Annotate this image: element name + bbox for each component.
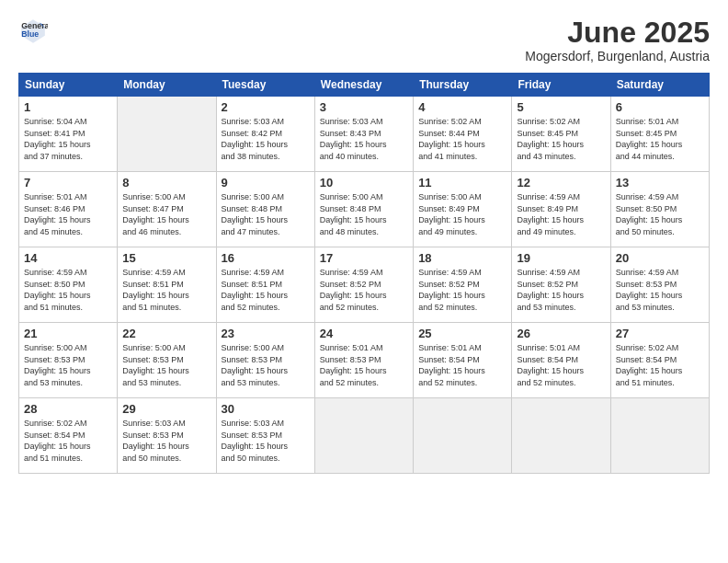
table-row: 23Sunrise: 5:00 AM Sunset: 8:53 PM Dayli… — [216, 323, 314, 398]
table-row: 10Sunrise: 5:00 AM Sunset: 8:48 PM Dayli… — [314, 172, 413, 247]
day-number: 11 — [418, 176, 506, 190]
day-info: Sunrise: 5:00 AM Sunset: 8:53 PM Dayligh… — [24, 342, 112, 388]
day-number: 3 — [320, 100, 408, 114]
day-number: 2 — [222, 100, 310, 114]
table-row: 1Sunrise: 5:04 AM Sunset: 8:41 PM Daylig… — [19, 97, 118, 172]
day-info: Sunrise: 5:03 AM Sunset: 8:43 PM Dayligh… — [320, 116, 408, 162]
table-row: 9Sunrise: 5:00 AM Sunset: 8:48 PM Daylig… — [216, 172, 314, 247]
table-row: 15Sunrise: 4:59 AM Sunset: 8:51 PM Dayli… — [118, 247, 216, 323]
col-sunday: Sunday — [19, 74, 118, 97]
col-friday: Friday — [512, 74, 610, 97]
table-row: 22Sunrise: 5:00 AM Sunset: 8:53 PM Dayli… — [118, 323, 216, 398]
day-info: Sunrise: 4:59 AM Sunset: 8:52 PM Dayligh… — [517, 267, 605, 313]
day-number: 28 — [24, 402, 112, 416]
logo: General Blue — [18, 17, 48, 46]
table-row — [118, 97, 216, 172]
day-number: 17 — [320, 251, 408, 265]
title-block: June 2025 Mogersdorf, Burgenland, Austri… — [525, 17, 710, 63]
table-row: 17Sunrise: 4:59 AM Sunset: 8:52 PM Dayli… — [314, 247, 413, 323]
day-info: Sunrise: 5:00 AM Sunset: 8:53 PM Dayligh… — [222, 342, 310, 388]
day-info: Sunrise: 5:04 AM Sunset: 8:41 PM Dayligh… — [24, 116, 112, 162]
day-info: Sunrise: 5:01 AM Sunset: 8:46 PM Dayligh… — [24, 191, 112, 237]
day-info: Sunrise: 5:00 AM Sunset: 8:48 PM Dayligh… — [320, 191, 408, 237]
day-info: Sunrise: 5:00 AM Sunset: 8:49 PM Dayligh… — [418, 191, 506, 237]
day-info: Sunrise: 4:59 AM Sunset: 8:52 PM Dayligh… — [418, 267, 506, 313]
logo-icon: General Blue — [18, 17, 48, 46]
table-row: 2Sunrise: 5:03 AM Sunset: 8:42 PM Daylig… — [216, 97, 314, 172]
day-number: 26 — [517, 327, 605, 340]
day-info: Sunrise: 5:01 AM Sunset: 8:45 PM Dayligh… — [616, 116, 704, 162]
table-row: 6Sunrise: 5:01 AM Sunset: 8:45 PM Daylig… — [610, 97, 709, 172]
day-info: Sunrise: 4:59 AM Sunset: 8:53 PM Dayligh… — [616, 267, 704, 313]
day-info: Sunrise: 5:02 AM Sunset: 8:54 PM Dayligh… — [24, 418, 112, 464]
col-saturday: Saturday — [610, 74, 709, 97]
col-thursday: Thursday — [414, 74, 512, 97]
day-info: Sunrise: 5:01 AM Sunset: 8:54 PM Dayligh… — [418, 342, 506, 388]
day-number: 6 — [616, 100, 704, 114]
day-info: Sunrise: 4:59 AM Sunset: 8:51 PM Dayligh… — [122, 267, 210, 313]
day-number: 12 — [517, 176, 605, 190]
day-number: 8 — [122, 176, 210, 190]
col-wednesday: Wednesday — [314, 74, 413, 97]
day-number: 21 — [24, 327, 112, 340]
day-number: 30 — [222, 402, 310, 416]
table-row: 25Sunrise: 5:01 AM Sunset: 8:54 PM Dayli… — [414, 323, 512, 398]
day-number: 10 — [320, 176, 408, 190]
table-row: 30Sunrise: 5:03 AM Sunset: 8:53 PM Dayli… — [216, 398, 314, 474]
day-number: 27 — [616, 327, 704, 340]
day-number: 25 — [418, 327, 506, 340]
day-number: 14 — [24, 251, 112, 265]
calendar-week-row: 21Sunrise: 5:00 AM Sunset: 8:53 PM Dayli… — [19, 323, 710, 398]
table-row: 29Sunrise: 5:03 AM Sunset: 8:53 PM Dayli… — [118, 398, 216, 474]
calendar-week-row: 28Sunrise: 5:02 AM Sunset: 8:54 PM Dayli… — [19, 398, 710, 474]
table-row — [314, 398, 413, 474]
table-row: 14Sunrise: 4:59 AM Sunset: 8:50 PM Dayli… — [19, 247, 118, 323]
day-info: Sunrise: 5:02 AM Sunset: 8:54 PM Dayligh… — [616, 342, 704, 388]
table-row: 28Sunrise: 5:02 AM Sunset: 8:54 PM Dayli… — [19, 398, 118, 474]
calendar-week-row: 1Sunrise: 5:04 AM Sunset: 8:41 PM Daylig… — [19, 97, 710, 172]
day-info: Sunrise: 5:00 AM Sunset: 8:48 PM Dayligh… — [222, 191, 310, 237]
col-tuesday: Tuesday — [216, 74, 314, 97]
day-number: 22 — [122, 327, 210, 340]
table-row: 11Sunrise: 5:00 AM Sunset: 8:49 PM Dayli… — [414, 172, 512, 247]
table-row: 27Sunrise: 5:02 AM Sunset: 8:54 PM Dayli… — [610, 323, 709, 398]
month-title: June 2025 — [525, 17, 710, 49]
table-row: 24Sunrise: 5:01 AM Sunset: 8:53 PM Dayli… — [314, 323, 413, 398]
day-number: 9 — [222, 176, 310, 190]
day-number: 1 — [24, 100, 112, 114]
header: General Blue June 2025 Mogersdorf, Burge… — [18, 17, 710, 63]
day-number: 4 — [418, 100, 506, 114]
day-number: 29 — [122, 402, 210, 416]
svg-text:General: General — [21, 21, 48, 30]
table-row: 4Sunrise: 5:02 AM Sunset: 8:44 PM Daylig… — [414, 97, 512, 172]
day-number: 23 — [222, 327, 310, 340]
day-number: 13 — [616, 176, 704, 190]
table-row: 3Sunrise: 5:03 AM Sunset: 8:43 PM Daylig… — [314, 97, 413, 172]
day-info: Sunrise: 4:59 AM Sunset: 8:49 PM Dayligh… — [517, 191, 605, 237]
day-number: 7 — [24, 176, 112, 190]
calendar-header-row: Sunday Monday Tuesday Wednesday Thursday… — [19, 74, 710, 97]
day-info: Sunrise: 5:01 AM Sunset: 8:53 PM Dayligh… — [320, 342, 408, 388]
calendar-table: Sunday Monday Tuesday Wednesday Thursday… — [18, 73, 710, 474]
table-row: 19Sunrise: 4:59 AM Sunset: 8:52 PM Dayli… — [512, 247, 610, 323]
day-info: Sunrise: 4:59 AM Sunset: 8:50 PM Dayligh… — [616, 191, 704, 237]
day-number: 19 — [517, 251, 605, 265]
table-row — [512, 398, 610, 474]
calendar-week-row: 7Sunrise: 5:01 AM Sunset: 8:46 PM Daylig… — [19, 172, 710, 247]
day-number: 5 — [517, 100, 605, 114]
day-info: Sunrise: 5:01 AM Sunset: 8:54 PM Dayligh… — [517, 342, 605, 388]
col-monday: Monday — [118, 74, 216, 97]
table-row: 12Sunrise: 4:59 AM Sunset: 8:49 PM Dayli… — [512, 172, 610, 247]
day-number: 16 — [222, 251, 310, 265]
day-info: Sunrise: 5:03 AM Sunset: 8:53 PM Dayligh… — [222, 418, 310, 464]
day-info: Sunrise: 5:02 AM Sunset: 8:44 PM Dayligh… — [418, 116, 506, 162]
table-row — [414, 398, 512, 474]
day-info: Sunrise: 5:00 AM Sunset: 8:47 PM Dayligh… — [122, 191, 210, 237]
day-number: 24 — [320, 327, 408, 340]
day-info: Sunrise: 4:59 AM Sunset: 8:50 PM Dayligh… — [24, 267, 112, 313]
day-number: 18 — [418, 251, 506, 265]
page: General Blue June 2025 Mogersdorf, Burge… — [0, 0, 728, 563]
table-row: 13Sunrise: 4:59 AM Sunset: 8:50 PM Dayli… — [610, 172, 709, 247]
day-info: Sunrise: 4:59 AM Sunset: 8:52 PM Dayligh… — [320, 267, 408, 313]
day-info: Sunrise: 5:03 AM Sunset: 8:53 PM Dayligh… — [122, 418, 210, 464]
